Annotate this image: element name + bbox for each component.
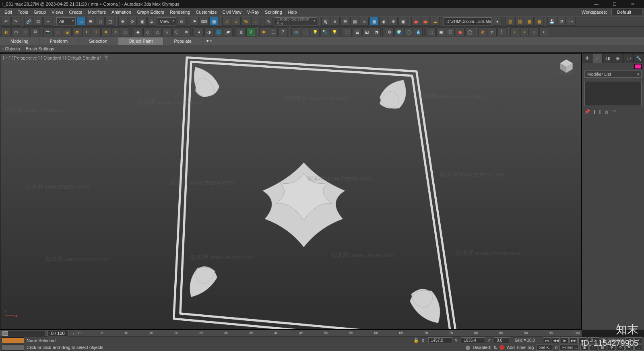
spinner-snap-button[interactable]: ⟐ bbox=[251, 17, 260, 26]
pi-icon[interactable]: π bbox=[488, 27, 497, 36]
remove-mod-icon[interactable]: 🗑 bbox=[605, 110, 609, 114]
misc-button[interactable]: ⋯ bbox=[567, 17, 576, 26]
viewport-perspective[interactable]: [ + ] [ Perspective ] [ Standard ] [ Def… bbox=[0, 54, 582, 330]
curve-editor-button[interactable]: ∿ bbox=[360, 17, 369, 26]
ribbon-tab-selection[interactable]: Selection bbox=[78, 37, 118, 45]
set-key-button[interactable] bbox=[2, 337, 24, 343]
light-direct-icon[interactable]: ◓ bbox=[72, 27, 81, 36]
ribbon-sub-brush[interactable]: Brush Settings bbox=[25, 46, 54, 51]
menu-vray[interactable]: V-Ray bbox=[244, 9, 262, 15]
ribbon-sub-objects[interactable]: t Objects bbox=[2, 46, 20, 51]
helper-5[interactable]: ⬡ bbox=[172, 27, 181, 36]
pin-stack-icon[interactable]: 📌 bbox=[584, 109, 590, 114]
light-area-icon[interactable]: ◌ bbox=[121, 27, 130, 36]
named-selection-set-dropdown[interactable]: Create Selection Set bbox=[274, 17, 317, 25]
auto-key-button[interactable] bbox=[2, 345, 24, 351]
globe-icon[interactable]: 🌐 bbox=[214, 27, 223, 36]
ribbon-tab-freeform[interactable]: Freeform bbox=[39, 37, 79, 45]
light-spot-icon[interactable]: ◒ bbox=[63, 27, 72, 36]
menu-create[interactable]: Create bbox=[66, 9, 85, 15]
bulb2-icon[interactable]: 💡 bbox=[330, 27, 339, 36]
align-tool-3[interactable]: ▩ bbox=[525, 17, 534, 26]
render-frame-button[interactable]: ▣ bbox=[398, 17, 407, 26]
time-slider[interactable] bbox=[2, 331, 46, 336]
light-sun-icon[interactable]: ☀ bbox=[111, 27, 120, 36]
teapot-icon[interactable]: 🫖 bbox=[456, 27, 464, 36]
script-listener-icon[interactable]: ⬤ bbox=[465, 345, 470, 350]
y-coord-field[interactable]: 1835.4 bbox=[461, 337, 485, 343]
light-omni-icon[interactable]: ☼ bbox=[53, 27, 62, 36]
tool-a3[interactable]: ✧ bbox=[21, 27, 30, 36]
bind-spacewarp-button[interactable]: 〰 bbox=[43, 17, 52, 26]
dot-row-2[interactable]: • bbox=[520, 27, 529, 36]
cmd-tab-modify[interactable]: ☄ bbox=[592, 54, 603, 63]
helper-1[interactable]: ◆ bbox=[134, 27, 142, 36]
render-production-button[interactable]: 🫖 bbox=[411, 17, 420, 26]
gear-icon[interactable]: ⚙ bbox=[385, 27, 394, 36]
menu-edit[interactable]: Edit bbox=[2, 9, 15, 15]
snap-toggle-button[interactable]: ▦ bbox=[209, 17, 218, 26]
ref-coord-dropdown[interactable]: View bbox=[157, 17, 176, 25]
object-color-swatch[interactable] bbox=[634, 64, 642, 69]
menu-tools[interactable]: Tools bbox=[15, 9, 31, 15]
window-minimize[interactable]: — bbox=[587, 0, 605, 8]
open-file-path[interactable]: D:\ZHM\Docum…3ds Max 202… bbox=[444, 17, 492, 25]
disabled-spin-icon[interactable]: ⇅ bbox=[493, 345, 497, 350]
cmd-tab-create[interactable]: ✚ bbox=[582, 54, 592, 63]
x-coord-field[interactable]: 1457.0 bbox=[428, 337, 452, 343]
vray-icon[interactable]: V bbox=[246, 27, 255, 36]
undo-button[interactable]: ↶ bbox=[2, 17, 10, 26]
cam-tool-1[interactable]: 📹 bbox=[291, 27, 300, 36]
schematic-view-button[interactable]: ▦ bbox=[369, 17, 378, 26]
menu-animation[interactable]: Animation bbox=[109, 9, 134, 15]
chart-icon[interactable]: ▥ bbox=[237, 27, 246, 36]
particle-icon[interactable]: ✱ bbox=[259, 27, 268, 36]
show-end-icon[interactable]: ▮ bbox=[593, 109, 596, 114]
cam-tool-2[interactable]: 🎥 bbox=[301, 27, 310, 36]
unlink-button[interactable]: ⛓ bbox=[34, 17, 43, 26]
menu-modifiers[interactable]: Modifiers bbox=[85, 9, 109, 15]
align-tool-1[interactable]: ▧ bbox=[506, 17, 514, 26]
render-setup-button[interactable]: ⚙ bbox=[389, 17, 398, 26]
earth-icon[interactable]: 🌍 bbox=[394, 27, 403, 36]
cmd-tab-display[interactable]: 🖵 bbox=[623, 54, 634, 63]
select-manipulate-button[interactable]: ⚑ bbox=[190, 17, 199, 26]
render-iterative-button[interactable]: 🫖 bbox=[421, 17, 430, 26]
util-2[interactable]: ⬓ bbox=[353, 27, 361, 36]
help-icon[interactable]: ? bbox=[279, 27, 287, 36]
util-1[interactable]: ⬚ bbox=[343, 27, 352, 36]
percent-snap-button[interactable]: % bbox=[242, 17, 250, 26]
layer-explorer-button[interactable]: ☷ bbox=[341, 17, 349, 26]
helper-6[interactable]: ❄ bbox=[182, 27, 191, 36]
helper-2[interactable]: ◇ bbox=[143, 27, 152, 36]
window-close[interactable]: ✕ bbox=[623, 0, 642, 8]
key-filters-button[interactable]: Filters… bbox=[559, 345, 579, 351]
placement-button[interactable]: ⬙ bbox=[147, 17, 156, 26]
scale-button[interactable]: ▣ bbox=[138, 17, 147, 26]
ring-icon[interactable]: ◯ bbox=[404, 27, 413, 36]
record-icon[interactable] bbox=[500, 345, 504, 350]
ribbon-tab-modeling[interactable]: Modeling bbox=[0, 37, 39, 45]
cmd-tab-motion[interactable]: ◉ bbox=[613, 54, 623, 63]
workspaces-dropdown[interactable]: Default bbox=[611, 9, 642, 15]
align-button[interactable]: ≡ bbox=[331, 17, 340, 26]
cmd-tab-hierarchy[interactable]: ◨ bbox=[603, 54, 613, 63]
tool-a2[interactable]: ▭ bbox=[11, 27, 20, 36]
helper-3[interactable]: △ bbox=[153, 27, 162, 36]
make-unique-icon[interactable]: ▯ bbox=[599, 109, 601, 114]
menu-graph-editors[interactable]: Graph Editors bbox=[134, 9, 167, 15]
prev-frame-button[interactable]: ◀◀ bbox=[552, 337, 560, 343]
play-button[interactable]: ▶ bbox=[561, 337, 569, 343]
menu-help[interactable]: Help bbox=[285, 9, 300, 15]
camera-icon[interactable]: 📷 bbox=[43, 27, 52, 36]
path-dd-icon[interactable]: ▾ bbox=[493, 17, 502, 26]
brace-icon[interactable]: } bbox=[497, 27, 506, 36]
planet-icon[interactable]: 🪐 bbox=[224, 27, 233, 36]
window-crossing-button[interactable]: ◫ bbox=[105, 17, 114, 26]
menu-views[interactable]: Views bbox=[49, 9, 66, 15]
person-icon[interactable]: ⛹ bbox=[478, 27, 487, 36]
light-target-icon[interactable]: ✧ bbox=[92, 27, 101, 36]
expand-track-icon[interactable]: › bbox=[71, 331, 76, 336]
circle2-icon[interactable]: ◯ bbox=[465, 27, 474, 36]
ribbon-tab-object-paint[interactable]: Object Paint bbox=[118, 37, 164, 45]
